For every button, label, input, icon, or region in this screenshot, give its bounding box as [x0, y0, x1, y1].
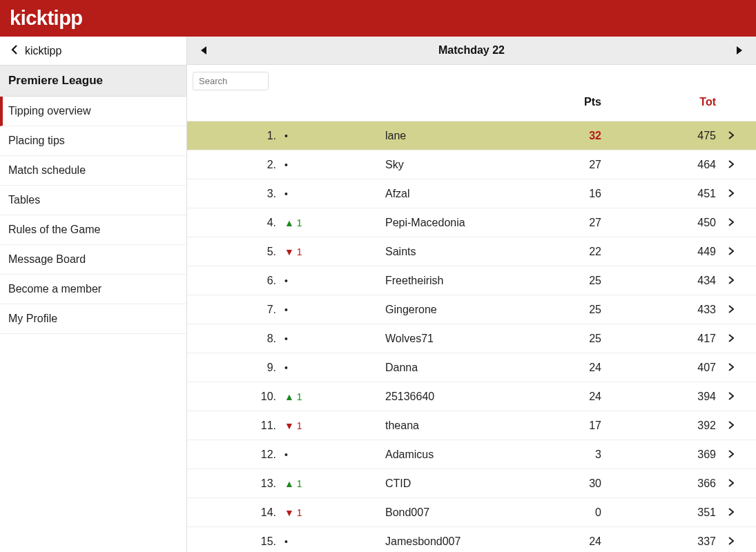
chevron-left-icon — [11, 45, 18, 57]
table-row[interactable]: 15.•Jamesbond00724337 — [187, 527, 756, 553]
chevron-right-icon — [719, 440, 756, 469]
pts-cell: 3 — [525, 440, 622, 469]
table-row[interactable]: 8.•Wolves7125417 — [187, 324, 756, 353]
rank-cell: 10. — [187, 382, 280, 411]
tot-cell: 433 — [622, 295, 719, 324]
chevron-right-icon — [719, 208, 756, 237]
chevron-right-icon — [719, 469, 756, 498]
name-cell: Saints — [308, 237, 525, 266]
main-content: Matchday 22 Pts Tot — [187, 37, 756, 552]
search-input[interactable] — [193, 72, 269, 90]
table-row[interactable]: 5.▼ 1Saints22449 — [187, 237, 756, 266]
sidebar-item-rules-of-the-game[interactable]: Rules of the Game — [0, 215, 186, 245]
rank-cell: 9. — [187, 353, 280, 382]
sidebar-item-tables[interactable]: Tables — [0, 186, 186, 215]
table-row[interactable]: 7.•Gingerone25433 — [187, 295, 756, 324]
chevron-right-icon — [719, 237, 756, 266]
league-title: Premiere League — [0, 65, 186, 97]
name-cell: Bond007 — [308, 498, 525, 527]
tot-cell: 449 — [622, 237, 719, 266]
pts-cell: 17 — [525, 411, 622, 440]
chevron-right-icon — [719, 498, 756, 527]
tot-cell: 369 — [622, 440, 719, 469]
app-header: kicktipp — [0, 0, 756, 37]
trend-up-icon: ▲ 1 — [280, 208, 308, 237]
breadcrumb-label: kicktipp — [25, 45, 61, 57]
chevron-right-icon — [719, 266, 756, 295]
name-cell: CTID — [308, 469, 525, 498]
table-row[interactable]: 1.•lane32475 — [187, 121, 756, 150]
name-cell: Gingerone — [308, 295, 525, 324]
sidebar-item-placing-tips[interactable]: Placing tips — [0, 126, 186, 156]
rank-cell: 6. — [187, 266, 280, 295]
tot-cell: 434 — [622, 266, 719, 295]
sidebar-item-match-schedule[interactable]: Match schedule — [0, 156, 186, 186]
trend-same-icon: • — [280, 266, 308, 295]
trend-down-icon: ▼ 1 — [280, 237, 308, 266]
table-row[interactable]: 11.▼ 1theana17392 — [187, 411, 756, 440]
col-tot[interactable]: Tot — [622, 90, 719, 121]
table-row[interactable]: 2.•Sky27464 — [187, 150, 756, 179]
pts-cell: 25 — [525, 295, 622, 324]
name-cell: Danna — [308, 353, 525, 382]
name-cell: Wolves71 — [308, 324, 525, 353]
name-cell: Sky — [308, 150, 525, 179]
table-row[interactable]: 3.•Afzal16451 — [187, 179, 756, 208]
table-row[interactable]: 12.•Adamicus3369 — [187, 440, 756, 469]
rank-cell: 15. — [187, 527, 280, 553]
table-row[interactable]: 4.▲ 1Pepi-Macedonia27450 — [187, 208, 756, 237]
chevron-right-icon — [719, 150, 756, 179]
pts-cell: 24 — [525, 382, 622, 411]
pts-cell: 25 — [525, 324, 622, 353]
sidebar-item-my-profile[interactable]: My Profile — [0, 304, 186, 334]
sidebar-item-message-board[interactable]: Message Board — [0, 245, 186, 275]
sidebar-item-become-a-member[interactable]: Become a member — [0, 275, 186, 304]
sidebar: kicktipp Premiere League Tipping overvie… — [0, 37, 187, 552]
tot-cell: 392 — [622, 411, 719, 440]
trend-up-icon: ▲ 1 — [280, 469, 308, 498]
next-matchday-button[interactable] — [735, 46, 744, 55]
col-pts[interactable]: Pts — [525, 90, 622, 121]
trend-same-icon: • — [280, 179, 308, 208]
pts-cell: 25 — [525, 266, 622, 295]
table-row[interactable]: 14.▼ 1Bond0070351 — [187, 498, 756, 527]
table-row[interactable]: 10.▲ 12513664024394 — [187, 382, 756, 411]
matchday-label: Matchday 22 — [438, 44, 505, 57]
tot-cell: 475 — [622, 121, 719, 150]
prev-matchday-button[interactable] — [200, 46, 208, 55]
sidebar-item-tipping-overview[interactable]: Tipping overview — [0, 97, 186, 126]
tot-cell: 450 — [622, 208, 719, 237]
brand-logo[interactable]: kicktipp — [10, 7, 83, 30]
trend-down-icon: ▼ 1 — [280, 498, 308, 527]
name-cell: Jamesbond007 — [308, 527, 525, 553]
rank-cell: 7. — [187, 295, 280, 324]
rank-cell: 12. — [187, 440, 280, 469]
breadcrumb[interactable]: kicktipp — [0, 37, 186, 65]
matchday-bar: Matchday 22 — [187, 37, 756, 65]
name-cell: lane — [308, 121, 525, 150]
tot-cell: 394 — [622, 382, 719, 411]
tot-cell: 407 — [622, 353, 719, 382]
trend-same-icon: • — [280, 295, 308, 324]
sidebar-nav: Tipping overviewPlacing tipsMatch schedu… — [0, 97, 186, 334]
tot-cell: 464 — [622, 150, 719, 179]
trend-same-icon: • — [280, 324, 308, 353]
trend-same-icon: • — [280, 440, 308, 469]
chevron-right-icon — [719, 527, 756, 553]
tot-cell: 351 — [622, 498, 719, 527]
toolbar — [187, 65, 756, 90]
rank-cell: 14. — [187, 498, 280, 527]
table-row[interactable]: 9.•Danna24407 — [187, 353, 756, 382]
table-row[interactable]: 13.▲ 1CTID30366 — [187, 469, 756, 498]
pts-cell: 24 — [525, 353, 622, 382]
chevron-right-icon — [719, 324, 756, 353]
standings-body: 1.•lane324752.•Sky274643.•Afzal164514.▲ … — [187, 121, 756, 553]
chevron-right-icon — [719, 411, 756, 440]
name-cell: 25136640 — [308, 382, 525, 411]
chevron-right-icon — [719, 353, 756, 382]
rank-cell: 13. — [187, 469, 280, 498]
table-row[interactable]: 6.•Freetheirish25434 — [187, 266, 756, 295]
pts-cell: 22 — [525, 237, 622, 266]
chevron-right-icon — [719, 121, 756, 150]
name-cell: theana — [308, 411, 525, 440]
